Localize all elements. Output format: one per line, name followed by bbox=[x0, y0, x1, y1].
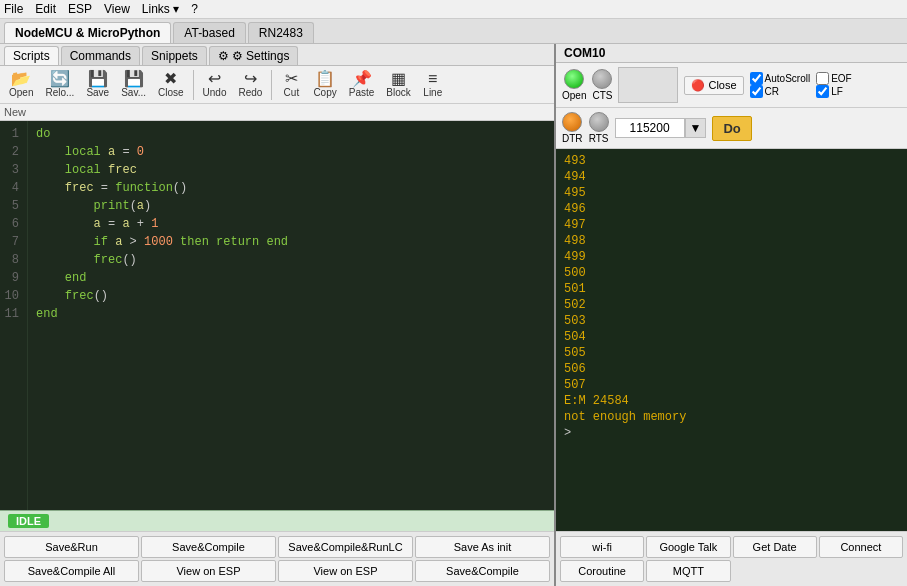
close-serial-button[interactable]: 🔴 Close bbox=[684, 76, 743, 95]
save-button[interactable]: 💾 Save bbox=[81, 68, 114, 101]
serial-line-497: 497 bbox=[564, 217, 899, 233]
line-button[interactable]: ≡ Line bbox=[418, 68, 448, 101]
serial-prompt[interactable]: > bbox=[564, 425, 899, 441]
serial-line-501: 501 bbox=[564, 281, 899, 297]
save-compile-runlc-button[interactable]: Save&Compile&RunLC bbox=[278, 536, 413, 558]
menu-links[interactable]: Links ▾ bbox=[142, 2, 179, 16]
copy-button[interactable]: 📋 Copy bbox=[308, 68, 341, 101]
cut-icon: ✂ bbox=[285, 71, 298, 87]
redo-button[interactable]: ↪ Redo bbox=[233, 68, 267, 101]
cr-checkbox[interactable] bbox=[750, 85, 763, 98]
block-icon: ▦ bbox=[391, 71, 406, 87]
toolbar-sep-2 bbox=[271, 70, 272, 100]
block-label: Block bbox=[386, 87, 410, 98]
code-editor[interactable]: 12345 67891011 do local a = 0 local frec… bbox=[0, 121, 554, 510]
menu-esp[interactable]: ESP bbox=[68, 2, 92, 16]
undo-button[interactable]: ↩ Undo bbox=[198, 68, 232, 101]
serial-line-494: 494 bbox=[564, 169, 899, 185]
gear-icon: ⚙ bbox=[218, 49, 229, 63]
serial-output[interactable]: 493 494 495 496 497 498 499 500 501 502 … bbox=[556, 149, 907, 531]
close-file-icon: ✖ bbox=[164, 71, 177, 87]
rts-label: RTS bbox=[589, 133, 609, 144]
code-line-4: frec = function() bbox=[36, 179, 546, 197]
settings-label: ⚙ Settings bbox=[232, 49, 290, 63]
save-compile-all-button[interactable]: Save&Compile All bbox=[4, 560, 139, 582]
tab-settings[interactable]: ⚙ ⚙ Settings bbox=[209, 46, 299, 65]
autoscroll-checkbox[interactable] bbox=[750, 72, 763, 85]
save-run-button[interactable]: Save&Run bbox=[4, 536, 139, 558]
tab-snippets[interactable]: Snippets bbox=[142, 46, 207, 65]
menu-edit[interactable]: Edit bbox=[35, 2, 56, 16]
menu-file[interactable]: File bbox=[4, 2, 23, 16]
do-button[interactable]: Do bbox=[712, 116, 751, 141]
cts-led bbox=[592, 69, 612, 89]
sub-tabs: Scripts Commands Snippets ⚙ ⚙ Settings bbox=[0, 44, 554, 66]
save-as-init-button[interactable]: Save As init bbox=[415, 536, 550, 558]
serial-line-504: 504 bbox=[564, 329, 899, 345]
dtr-led-button[interactable]: DTR bbox=[562, 112, 583, 144]
menu-view[interactable]: View bbox=[104, 2, 130, 16]
cts-led-button[interactable]: CTS bbox=[592, 69, 612, 101]
tab-scripts[interactable]: Scripts bbox=[4, 46, 59, 65]
code-line-6: a = a + 1 bbox=[36, 215, 546, 233]
lf-checkbox[interactable] bbox=[816, 85, 829, 98]
copy-label: Copy bbox=[313, 87, 336, 98]
code-line-11: end bbox=[36, 305, 546, 323]
tab-atbased[interactable]: AT-based bbox=[173, 22, 245, 43]
code-line-8: frec() bbox=[36, 251, 546, 269]
main-tabs: NodeMCU & MicroPython AT-based RN2483 bbox=[0, 19, 907, 44]
open-led-button[interactable]: Open bbox=[562, 69, 586, 101]
line-icon: ≡ bbox=[428, 71, 437, 87]
baud-dropdown-button[interactable]: ▼ bbox=[685, 118, 707, 138]
close-file-button[interactable]: ✖ Close bbox=[153, 68, 189, 101]
cr-label: CR bbox=[765, 86, 779, 97]
serial-line-496: 496 bbox=[564, 201, 899, 217]
open-led bbox=[564, 69, 584, 89]
view-on-esp-button-2[interactable]: View on ESP bbox=[278, 560, 413, 582]
mqtt-button[interactable]: MQTT bbox=[646, 560, 730, 582]
google-talk-button[interactable]: Google Talk bbox=[646, 536, 730, 558]
cut-button[interactable]: ✂ Cut bbox=[276, 68, 306, 101]
rts-led-button[interactable]: RTS bbox=[589, 112, 609, 144]
undo-icon: ↩ bbox=[208, 71, 221, 87]
menu-help[interactable]: ? bbox=[191, 2, 198, 16]
save-compile-2-button[interactable]: Save&Compile bbox=[415, 560, 550, 582]
rts-led bbox=[589, 112, 609, 132]
serial-line-503: 503 bbox=[564, 313, 899, 329]
serial-line-506: 506 bbox=[564, 361, 899, 377]
paste-button[interactable]: 📌 Paste bbox=[344, 68, 380, 101]
save-compile-button[interactable]: Save&Compile bbox=[141, 536, 276, 558]
connect-button[interactable]: Connect bbox=[819, 536, 903, 558]
serial-line-507: 507 bbox=[564, 377, 899, 393]
get-date-button[interactable]: Get Date bbox=[733, 536, 817, 558]
tab-nodemcu[interactable]: NodeMCU & MicroPython bbox=[4, 22, 171, 43]
code-line-5: print(a) bbox=[36, 197, 546, 215]
save-label: Save bbox=[86, 87, 109, 98]
reload-button[interactable]: 🔄 Relo... bbox=[40, 68, 79, 101]
serial-line-495: 495 bbox=[564, 185, 899, 201]
code-line-1: do bbox=[36, 125, 546, 143]
right-bottom-buttons: wi-fi Google Talk Get Date Connect Corou… bbox=[556, 531, 907, 586]
close-serial-label: Close bbox=[708, 79, 736, 91]
reload-label: Relo... bbox=[45, 87, 74, 98]
serial-line-499: 499 bbox=[564, 249, 899, 265]
view-on-esp-button-1[interactable]: View on ESP bbox=[141, 560, 276, 582]
checkbox-group-2: EOF LF bbox=[816, 72, 852, 98]
dtr-led bbox=[562, 112, 582, 132]
open-button[interactable]: 📂 Open bbox=[4, 68, 38, 101]
wifi-button[interactable]: wi-fi bbox=[560, 536, 644, 558]
serial-line-500: 500 bbox=[564, 265, 899, 281]
bottom-buttons: Save&Run Save&Compile Save&Compile&RunLC… bbox=[0, 531, 554, 586]
tab-rn2483[interactable]: RN2483 bbox=[248, 22, 314, 43]
lf-label: LF bbox=[831, 86, 843, 97]
baud-display: 115200 bbox=[615, 118, 685, 138]
dtr-label: DTR bbox=[562, 133, 583, 144]
redo-label: Redo bbox=[238, 87, 262, 98]
block-button[interactable]: ▦ Block bbox=[381, 68, 415, 101]
saveas-icon: 💾 bbox=[124, 71, 144, 87]
saveas-button[interactable]: 💾 Sav... bbox=[116, 68, 151, 101]
tab-commands[interactable]: Commands bbox=[61, 46, 140, 65]
eof-checkbox[interactable] bbox=[816, 72, 829, 85]
toolbar-sep-1 bbox=[193, 70, 194, 100]
coroutine-button[interactable]: Coroutine bbox=[560, 560, 644, 582]
